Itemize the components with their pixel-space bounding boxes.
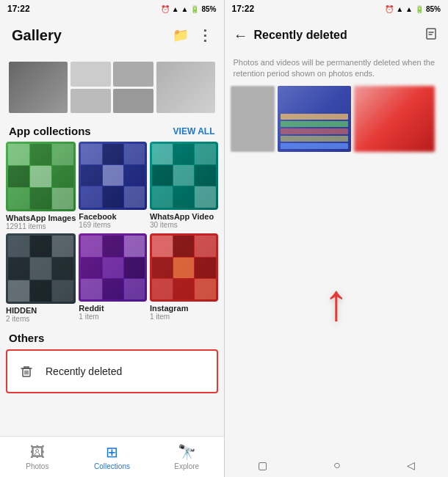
right-status-icons: ⏰ ▲ ▲ 🔋 85% (385, 5, 441, 13)
collection-thumb-facebook (79, 142, 147, 210)
recently-deleted-label: Recently deleted (46, 365, 122, 377)
right-header: ← Recently deleted (225, 18, 449, 53)
right-system-nav: ▢ ○ ◁ (225, 454, 449, 477)
photos-nav-icon: 🖼 (30, 444, 45, 461)
gallery-title: Gallery (12, 27, 62, 44)
more-options-icon[interactable]: ⋮ (198, 26, 212, 44)
right-sys-triangle[interactable]: ◁ (407, 459, 415, 471)
collection-thumb-instagram (150, 233, 218, 302)
collection-item-whatsapp-images[interactable]: WhatsApp Images 12911 items (6, 142, 76, 230)
right-sys-square[interactable]: ▢ (258, 459, 267, 471)
bottom-nav: 🖼 Photos ⊞ Collections 🔭 Explore (0, 436, 224, 477)
collection-thumb-whatsapp-video (150, 142, 218, 210)
collection-item-facebook[interactable]: Facebook 169 items (79, 142, 147, 230)
gallery-thumb-1[interactable] (9, 62, 68, 113)
collection-count-5: 1 item (150, 313, 218, 321)
collection-name-4: Reddit (79, 304, 147, 313)
collection-item-hidden[interactable]: HIDDEN 2 items (6, 233, 76, 322)
collection-thumb-whatsapp-images (6, 142, 76, 211)
right-battery-icon: 🔋 (415, 5, 424, 13)
recently-deleted-row[interactable]: Recently deleted (6, 349, 218, 393)
add-folder-icon[interactable]: 📁 (173, 27, 189, 43)
retention-description: Photos and videos will be permanently de… (225, 53, 449, 86)
wifi-icon: ▲ (181, 5, 189, 13)
collection-item-whatsapp-video[interactable]: WhatsApp Video 30 items (150, 142, 218, 230)
explore-nav-icon: 🔭 (178, 443, 196, 461)
collection-name-5: Instagram (150, 304, 218, 313)
collection-name-1: Facebook (79, 212, 147, 221)
trash-icon (16, 361, 37, 382)
gallery-sub-thumb-1[interactable] (71, 62, 111, 87)
collection-count-4: 1 item (79, 313, 147, 321)
collection-name-2: WhatsApp Video (150, 212, 218, 221)
back-row: ← Recently deleted (234, 27, 347, 44)
right-status-bar: 17:22 ⏰ ▲ ▲ 🔋 85% (225, 0, 449, 18)
nav-explore[interactable]: 🔭 Explore (149, 437, 223, 477)
collections-nav-icon: ⊞ (106, 443, 118, 461)
right-panel-title: Recently deleted (254, 29, 347, 42)
gallery-sub-thumb-3[interactable] (71, 89, 111, 114)
explore-nav-label: Explore (174, 462, 199, 470)
red-up-arrow: ↑ (323, 277, 349, 328)
gallery-sub-thumb-4[interactable] (113, 89, 153, 114)
collections-nav-label: Collections (94, 462, 130, 470)
collection-item-instagram[interactable]: Instagram 1 item (150, 233, 218, 322)
gallery-thumbs (9, 62, 215, 113)
svg-rect-1 (427, 29, 436, 39)
right-panel: 17:22 ⏰ ▲ ▲ 🔋 85% ← Recently deleted Pho… (225, 0, 449, 477)
signal-icon: ▲ (172, 5, 179, 13)
collection-count-0: 12911 items (6, 222, 76, 230)
collections-title: App collections (9, 125, 91, 137)
left-time: 17:22 (7, 4, 30, 14)
view-all-button[interactable]: VIEW ALL (173, 126, 215, 136)
deleted-photo-1[interactable] (231, 86, 275, 152)
gallery-preview-section (0, 53, 224, 116)
collections-header: App collections VIEW ALL (0, 116, 224, 142)
left-header: Gallery 📁 ⋮ (0, 18, 224, 53)
collection-name-0: WhatsApp Images (6, 214, 76, 222)
collection-count-2: 30 items (150, 221, 218, 229)
photos-nav-label: Photos (26, 462, 48, 470)
gallery-thumb-right[interactable] (156, 62, 215, 113)
left-status-icons: ⏰ ▲ ▲ 🔋 85% (161, 5, 217, 13)
deleted-photos-row (225, 86, 449, 152)
restore-icon[interactable] (423, 26, 439, 45)
left-status-bar: 17:22 ⏰ ▲ ▲ 🔋 85% (0, 0, 224, 18)
collection-thumb-reddit (79, 233, 147, 302)
left-panel: 17:22 ⏰ ▲ ▲ 🔋 85% Gallery 📁 ⋮ (0, 0, 224, 477)
collection-thumb-hidden (6, 233, 76, 303)
back-icon[interactable]: ← (234, 27, 248, 44)
alarm-icon: ⏰ (161, 5, 170, 13)
collections-grid: WhatsApp Images 12911 items (0, 142, 224, 323)
collection-name-3: HIDDEN (6, 306, 76, 315)
others-section: Others (0, 323, 224, 349)
deleted-photo-2[interactable] (278, 86, 351, 152)
right-time: 17:22 (232, 4, 255, 14)
right-wifi-icon: ▲ (405, 5, 413, 13)
right-battery-percent: 85% (426, 5, 441, 13)
nav-photos[interactable]: 🖼 Photos (0, 437, 75, 477)
right-sys-circle[interactable]: ○ (333, 459, 341, 472)
right-alarm-icon: ⏰ (385, 5, 394, 13)
battery-icon: 🔋 (190, 5, 199, 13)
collection-count-3: 2 items (6, 315, 76, 323)
right-signal-icon: ▲ (396, 5, 403, 13)
battery-percent: 85% (201, 5, 216, 13)
collection-item-reddit[interactable]: Reddit 1 item (79, 233, 147, 322)
left-scroll-content: App collections VIEW ALL (0, 53, 224, 477)
gallery-thumb-grid (71, 62, 153, 113)
nav-collections[interactable]: ⊞ Collections (75, 437, 150, 477)
annotation-arrow-container: ↑ (225, 152, 449, 454)
others-title: Others (9, 332, 44, 344)
gallery-sub-thumb-2[interactable] (113, 62, 153, 87)
header-action-icons: 📁 ⋮ (173, 26, 212, 44)
collection-count-1: 169 items (79, 221, 147, 229)
deleted-photo-3[interactable] (354, 86, 435, 152)
